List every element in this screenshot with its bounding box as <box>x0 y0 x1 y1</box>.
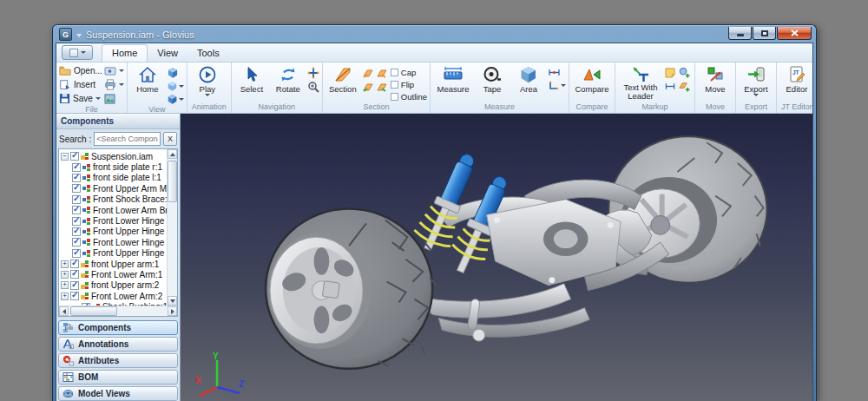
standard-views-icon[interactable] <box>167 94 178 105</box>
outline-checkbox-row[interactable]: Outline <box>391 91 427 102</box>
tree-item[interactable]: Front Lower Arm Brac <box>61 205 167 215</box>
tree-vertical-scrollbar[interactable] <box>167 149 177 306</box>
open-button[interactable]: Open... <box>59 64 102 77</box>
section-custom-icon[interactable] <box>376 81 388 93</box>
attributes-tab-button[interactable]: Attributes <box>58 353 178 368</box>
checkbox-checked-icon[interactable] <box>70 281 79 290</box>
note-markup-icon[interactable] <box>665 67 676 78</box>
checkbox-checked-icon[interactable] <box>72 206 81 214</box>
expand-icon[interactable] <box>61 281 69 289</box>
tree-item[interactable]: Front Upper Hinge Pi <box>61 248 167 259</box>
compare-button[interactable]: Compare <box>572 64 612 94</box>
checkbox-checked-icon[interactable] <box>82 303 90 306</box>
checkbox-checked-icon[interactable] <box>72 227 81 236</box>
suspension-model[interactable] <box>181 114 812 401</box>
expand-icon[interactable] <box>61 293 69 300</box>
cap-checkbox[interactable] <box>391 69 398 76</box>
axis-measure-icon[interactable] <box>548 80 560 91</box>
cap-checkbox-row[interactable]: Cap <box>391 67 427 77</box>
tab-home[interactable]: Home <box>102 44 148 62</box>
scroll-right-button[interactable] <box>168 306 177 316</box>
move-button[interactable]: Move <box>698 64 733 94</box>
close-button[interactable] <box>777 27 812 40</box>
model-views-tab-button[interactable]: Model Views <box>58 386 178 401</box>
clear-search-button[interactable]: X <box>163 132 177 146</box>
tree-item[interactable]: Front Lower Arm:1 <box>61 269 167 279</box>
viewcube-icon[interactable] <box>167 67 179 79</box>
scroll-up-button[interactable] <box>168 149 177 159</box>
insert-button[interactable]: Insert <box>59 78 102 91</box>
zoom-icon[interactable] <box>307 81 319 93</box>
shading-mode-icon[interactable] <box>167 81 178 92</box>
save-button[interactable]: Save <box>59 92 102 105</box>
checkbox-checked-icon[interactable] <box>70 260 79 268</box>
search-input[interactable] <box>94 132 161 146</box>
titlebar[interactable]: G Suspension.iam - Glovius <box>56 25 813 43</box>
tree-item[interactable]: Front Lower Arm:2 <box>61 291 167 301</box>
bom-tab-button[interactable]: BOM <box>58 370 178 385</box>
print-button[interactable] <box>104 78 124 91</box>
components-tab-button[interactable]: Components <box>58 320 178 335</box>
checkbox-checked-icon[interactable] <box>70 270 79 279</box>
checkbox-checked-icon[interactable] <box>70 152 79 161</box>
front-wheel[interactable] <box>266 209 437 369</box>
tree-item[interactable]: Front Lower Hinge Pi <box>61 237 167 247</box>
annotations-tab-button[interactable]: Annotations <box>58 337 178 352</box>
select-button[interactable]: Select <box>234 64 269 94</box>
checkbox-checked-icon[interactable] <box>72 163 81 172</box>
text-with-leader-button[interactable]: Text With Leader <box>618 64 663 101</box>
checkbox-checked-icon[interactable] <box>72 184 81 193</box>
tape-button[interactable]: Tape <box>475 64 510 94</box>
home-view-button[interactable]: Home <box>130 64 165 94</box>
minimize-button[interactable] <box>728 27 752 40</box>
outline-checkbox[interactable] <box>391 93 398 101</box>
scroll-down-button[interactable] <box>168 296 177 306</box>
tree-item[interactable]: front Upper arm:2 <box>61 280 167 291</box>
rear-wheel[interactable] <box>600 136 766 282</box>
tree-item[interactable]: front side plate l:1 <box>61 173 167 183</box>
section-y-icon[interactable] <box>376 67 388 79</box>
measure-button[interactable]: Measure <box>433 64 473 94</box>
quick-access-dropdown-icon[interactable] <box>76 34 82 37</box>
checkbox-checked-icon[interactable] <box>70 292 79 300</box>
checkbox-checked-icon[interactable] <box>72 249 81 258</box>
dimension-icon[interactable] <box>548 67 561 78</box>
maximize-button[interactable] <box>753 27 776 40</box>
flip-checkbox[interactable] <box>391 81 398 89</box>
scroll-left-button[interactable] <box>59 306 69 316</box>
collapse-icon[interactable] <box>61 153 69 161</box>
play-button[interactable]: Play <box>190 64 225 96</box>
flip-checkbox-row[interactable]: Flip <box>391 79 427 89</box>
expand-icon[interactable] <box>61 271 69 279</box>
balloon-markup-icon[interactable] <box>679 67 690 78</box>
snapshot-button[interactable] <box>104 64 124 77</box>
section-z-icon[interactable] <box>362 81 374 93</box>
image-export-button[interactable] <box>104 92 124 105</box>
vertical-scroll-thumb[interactable] <box>168 161 177 202</box>
tree-item[interactable]: Suspension.iam <box>61 151 167 161</box>
tree-item[interactable]: Front Shock Brace:1 <box>61 194 167 205</box>
section-button[interactable]: Section <box>326 64 360 94</box>
tree-item[interactable]: front side plate r:1 <box>61 161 167 172</box>
tab-view[interactable]: View <box>148 45 187 62</box>
dimension-markup-icon[interactable] <box>665 81 676 92</box>
checkbox-checked-icon[interactable] <box>72 174 81 182</box>
checkbox-checked-icon[interactable] <box>72 238 81 247</box>
tree-item[interactable]: Front Lower Hinge Pi <box>61 215 167 226</box>
tree-item[interactable]: front Upper arm:1 <box>61 259 167 269</box>
checkbox-checked-icon[interactable] <box>72 195 81 204</box>
section-x-icon[interactable] <box>362 67 374 79</box>
viewport-3d[interactable]: Y X Z <box>181 114 812 401</box>
jt-editor-button[interactable]: JT Editor <box>779 64 812 94</box>
application-menu-button[interactable] <box>62 45 93 60</box>
pan-icon[interactable] <box>307 67 319 79</box>
checkbox-checked-icon[interactable] <box>72 217 81 226</box>
rotate-button[interactable]: Rotate <box>271 64 306 94</box>
tree-horizontal-scrollbar[interactable] <box>59 306 177 316</box>
tab-tools[interactable]: Tools <box>187 45 229 62</box>
app-logo-icon[interactable]: G <box>59 28 72 41</box>
area-button[interactable]: Area <box>511 64 546 94</box>
plane-markup-icon[interactable] <box>679 81 690 92</box>
tree-item[interactable]: Front Upper Hinge Pi <box>61 227 167 237</box>
expand-icon[interactable] <box>61 260 69 268</box>
